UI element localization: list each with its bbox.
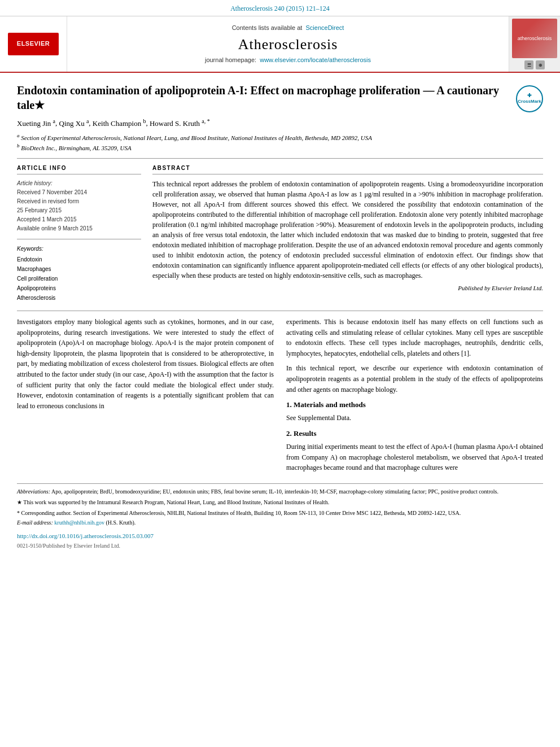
keywords-list: Endotoxin Macrophages Cell proliferation… [17,255,141,303]
section-2-title: Results [294,429,316,438]
received-line: Received 7 November 2014 [17,188,141,197]
accepted-label: Accepted [17,216,41,222]
article-title-section: Endotoxin contamination of apolipoprotei… [17,83,543,112]
revised-line: Received in revised form 25 February 201… [17,197,141,215]
journal-header: ELSEVIER Contents lists available at Sci… [0,16,560,73]
article-info-label: ARTICLE INFO [17,164,141,174]
accepted-line: Accepted 1 March 2015 [17,215,141,224]
revised-label: Received in revised form [17,198,79,204]
body-para-3: In this technical report, we describe ou… [286,363,543,395]
journal-title: Atherosclerosis [238,34,338,55]
star-note: ★ This work was supported by the Intramu… [17,498,543,506]
journal-right: atherosclerosis ☰ ⊕ [509,16,560,72]
affil-a-sup: a [17,133,20,138]
affil-b: b BioDtech Inc., Birmingham, AL 35209, U… [17,142,543,152]
doi-link[interactable]: http://dx.doi.org/10.1016/j.atherosclero… [17,532,154,539]
online-line: Available online 9 March 2015 [17,224,141,233]
keyword-4: Apolipoproteins [17,283,141,293]
abbrev-text: Apo, apolipoprotein; BrdU, bromodeoxyuri… [51,488,498,495]
footnotes-area: Abbreviations: Apo, apolipoprotein; BrdU… [17,483,543,551]
keyword-3: Cell proliferation [17,274,141,283]
abstract-text: This technical report addresses the prob… [152,179,543,281]
abbrev-label: Abbreviations: [17,488,50,495]
author-4-sup: a, * [202,117,209,124]
received-label: Received [17,189,41,195]
elsevier-logo: ELSEVIER [8,33,59,55]
article-title: Endotoxin contamination of apolipoprotei… [17,83,507,112]
crossmark-label: ✚CrossMark [518,93,541,104]
journal-center: Contents lists available at ScienceDirec… [67,16,509,72]
supplemental-link[interactable]: Supplemental Data [298,414,349,422]
main-content: Endotoxin contamination of apolipoprotei… [0,73,560,556]
issn-line: 0021-9150/Published by Elsevier Ireland … [17,541,543,550]
contents-prefix: Contents lists available at [232,24,303,31]
affiliations: a Section of Experimental Atherosclerosi… [17,132,543,152]
journal-ref-link[interactable]: Atherosclerosis 240 (2015) 121–124 [230,5,330,12]
body-col-right: experiments. This is because endotoxin i… [286,317,543,478]
abbrev-line: Abbreviations: Apo, apolipoprotein; BrdU… [17,487,543,496]
keyword-2: Macrophages [17,264,141,274]
header-divider [17,158,543,159]
article-info-abstract-row: ARTICLE INFO Article history: Received 7… [17,164,543,303]
email-suffix: (H.S. Kruth). [106,519,135,526]
keyword-5: Atherosclerosis [17,293,141,303]
section-1-heading: 1. Materials and methods [286,399,543,410]
affil-b-sup: b [17,143,20,148]
abstract-label: ABSTRACT [152,164,543,174]
author-3-sup: b [143,117,146,124]
online-label: Available online [17,225,56,231]
keyword-1: Endotoxin [17,255,141,264]
email-line: E-mail address: kruthh@nhlbi.nih.gov (H.… [17,518,543,527]
body-text-row: Investigators employ many biological age… [17,317,543,478]
body-para-1: Investigators employ many biological age… [17,317,274,411]
section-2-heading: 2. Results [286,428,543,439]
keywords-label: Keywords: [17,245,141,253]
homepage-link[interactable]: www.elsevier.com/locate/atherosclerosis [260,56,371,63]
author-1-sup: a [53,117,55,124]
crossmark-badge[interactable]: ✚CrossMark [516,85,543,112]
journal-logo-area: ELSEVIER [0,16,67,72]
email-link[interactable]: kruthh@nhlbi.nih.gov [54,519,104,526]
contents-line: Contents lists available at ScienceDirec… [232,24,344,32]
author-4: Howard S. Kruth a, * [150,119,210,128]
revised-date: 25 February 2015 [17,207,62,213]
online-date: 9 March 2015 [58,225,93,231]
section-1-title: Materials and methods [294,400,366,409]
email-label: E-mail address: [17,519,53,526]
author-1: Xueting Jin a [17,119,55,128]
journal-ref-bar: Atherosclerosis 240 (2015) 121–124 [0,0,560,16]
body-para-2: experiments. This is because endotoxin i… [286,317,543,359]
icon-2: ⊕ [536,60,545,69]
author-2: Qing Xu a [59,119,89,128]
journal-homepage: journal homepage: www.elsevier.com/locat… [205,56,371,64]
article-info-col: ARTICLE INFO Article history: Received 7… [17,164,141,303]
keywords-divider [17,239,141,239]
body-divider [17,311,543,311]
sciencedirect-link[interactable]: ScienceDirect [306,24,344,31]
body-para-results: During initial experiments meant to test… [286,442,543,473]
author-2-sup: a [86,117,89,124]
article-history: Article history: Received 7 November 201… [17,179,141,233]
journal-icon-row: ☰ ⊕ [524,60,545,69]
journal-thumbnail: atherosclerosis [512,19,557,58]
accepted-date: 1 March 2015 [42,216,76,222]
section-1-num: 1. [286,400,292,409]
history-label: Article history: [17,179,141,188]
body-col-left: Investigators employ many biological age… [17,317,274,478]
abstract-published: Published by Elsevier Ireland Ltd. [152,284,543,292]
page: Atherosclerosis 240 (2015) 121–124 ELSEV… [0,0,560,747]
abstract-col: ABSTRACT This technical report addresses… [152,164,543,303]
received-date: 7 November 2014 [42,189,87,195]
corresponding-note: * Corresponding author. Section of Exper… [17,509,543,517]
authors-line: Xueting Jin a, Qing Xu a, Keith Champion… [17,117,543,129]
crossmark-text: CrossMark [518,99,541,104]
doi-line: http://dx.doi.org/10.1016/j.atherosclero… [17,531,543,541]
author-3: Keith Champion b [93,119,146,128]
section-2-num: 2. [286,429,292,438]
section-1-text: See Supplemental Data. [286,413,543,423]
affil-a: a Section of Experimental Atherosclerosi… [17,132,543,142]
homepage-prefix: journal homepage: [205,56,256,63]
icon-1: ☰ [524,60,533,69]
